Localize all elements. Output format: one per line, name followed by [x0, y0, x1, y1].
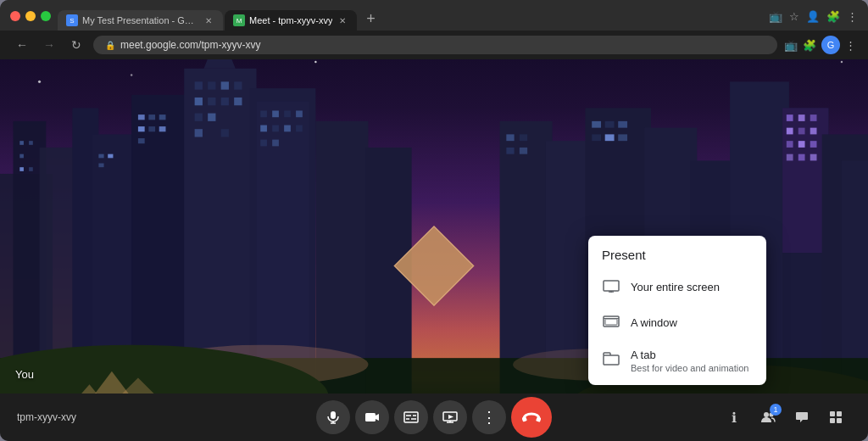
mic-button[interactable]	[316, 400, 350, 434]
svg-rect-61	[260, 126, 267, 132]
people-badge: 1	[770, 404, 782, 416]
maximize-button[interactable]	[41, 11, 51, 21]
svg-rect-77	[520, 134, 527, 141]
url-bar[interactable]: 🔒 meet.google.com/tpm-xyyv-xvy	[93, 36, 777, 54]
svg-rect-100	[810, 154, 817, 161]
svg-rect-44	[208, 81, 215, 89]
svg-rect-96	[798, 141, 805, 148]
slides-favicon: S	[66, 14, 78, 26]
svg-rect-99	[798, 154, 805, 161]
svg-rect-38	[148, 126, 155, 131]
captions-button[interactable]	[394, 400, 428, 434]
svg-rect-85	[618, 134, 627, 141]
screen-option-label: Your entire screen	[631, 281, 720, 293]
tab-option-text: A tab Best for video and animation	[631, 349, 748, 373]
title-bar: S My Test Presentation - Googl... ✕ M Me…	[0, 0, 868, 31]
svg-rect-57	[260, 110, 267, 117]
end-call-button[interactable]	[511, 397, 552, 438]
camera-button[interactable]	[355, 400, 389, 434]
svg-rect-123	[404, 412, 418, 422]
svg-rect-64	[296, 126, 303, 132]
svg-rect-65	[260, 140, 267, 147]
present-screen-option[interactable]: Your entire screen	[588, 269, 766, 304]
lock-icon: 🔒	[105, 41, 115, 50]
menu-dots-icon[interactable]: ⋮	[847, 10, 858, 23]
meet-tab-close[interactable]: ✕	[337, 14, 348, 26]
chat-icon	[795, 410, 809, 424]
svg-rect-52	[208, 114, 215, 121]
svg-rect-28	[19, 154, 24, 159]
activities-icon	[829, 410, 843, 424]
svg-marker-129	[448, 415, 453, 419]
svg-rect-45	[221, 81, 229, 89]
svg-rect-97	[810, 141, 817, 148]
window-share-icon	[602, 313, 620, 332]
forward-button[interactable]: →	[39, 35, 59, 55]
svg-point-17	[841, 61, 843, 63]
extensions-toolbar-icon[interactable]: 🧩	[803, 39, 816, 52]
svg-point-18	[38, 81, 41, 83]
screen-share-toolbar-icon[interactable]: 📺	[784, 39, 798, 52]
svg-rect-40	[138, 138, 145, 143]
minimize-button[interactable]	[25, 11, 36, 21]
tab-share-icon	[602, 349, 620, 368]
tab-slides[interactable]: S My Test Presentation - Googl... ✕	[58, 10, 223, 31]
browser-top-right: 📺 ☆ 👤 🧩 ⋮	[769, 10, 858, 28]
svg-rect-66	[272, 140, 279, 147]
screen-share-icon	[602, 277, 620, 296]
tab-meet[interactable]: M Meet - tpm-xyyv-xvy ✕	[225, 10, 357, 31]
present-popup-title: Present	[588, 236, 766, 269]
mic-icon	[326, 410, 340, 424]
profile-avatar[interactable]: G	[821, 36, 840, 54]
cast-icon[interactable]: 📺	[769, 10, 782, 23]
right-controls: ℹ 1	[719, 402, 851, 433]
svg-rect-34	[138, 114, 145, 120]
people-button[interactable]: 1	[753, 402, 783, 433]
main-content: You Present Your entire screen	[0, 59, 868, 394]
add-tab-button[interactable]: +	[359, 7, 382, 31]
window-option-label: A window	[631, 316, 677, 329]
svg-rect-137	[837, 411, 842, 416]
more-toolbar-icon[interactable]: ⋮	[845, 39, 856, 52]
slides-tab-close[interactable]: ✕	[203, 14, 214, 26]
browser-window: S My Test Presentation - Googl... ✕ M Me…	[0, 0, 868, 441]
refresh-button[interactable]: ↻	[66, 35, 86, 55]
svg-rect-49	[221, 98, 229, 105]
present-window-option[interactable]: A window	[588, 304, 766, 340]
svg-marker-42	[203, 59, 235, 69]
svg-rect-121	[365, 413, 376, 421]
participant-you-label: You	[15, 368, 34, 381]
control-bar: tpm-xyyv-xvy	[0, 394, 868, 441]
browser-toolbar-right: 📺 🧩 G ⋮	[784, 36, 856, 54]
present-button[interactable]	[433, 400, 467, 434]
svg-rect-48	[208, 98, 215, 105]
present-tab-option[interactable]: A tab Best for video and animation	[588, 340, 766, 385]
svg-rect-115	[605, 319, 617, 325]
url-text: meet.google.com/tpm-xyyv-xvy	[120, 39, 260, 51]
extension-icon[interactable]: 🧩	[826, 10, 840, 23]
window-controls	[10, 11, 51, 26]
chat-button[interactable]	[787, 402, 817, 433]
svg-rect-138	[830, 418, 835, 423]
profile-icon[interactable]: 👤	[806, 10, 820, 23]
activities-button[interactable]	[821, 402, 851, 433]
svg-rect-54	[221, 129, 229, 137]
svg-rect-80	[592, 121, 601, 128]
meet-favicon: M	[233, 14, 245, 26]
svg-rect-33	[98, 164, 103, 168]
svg-rect-90	[798, 114, 805, 121]
info-button[interactable]: ℹ	[719, 402, 749, 433]
svg-rect-63	[284, 126, 291, 132]
more-options-button[interactable]: ⋮	[472, 400, 506, 434]
back-button[interactable]: ←	[12, 35, 32, 55]
close-button[interactable]	[10, 11, 20, 21]
svg-rect-58	[272, 110, 279, 117]
svg-rect-26	[19, 141, 24, 145]
slides-tab-label: My Test Presentation - Googl...	[82, 15, 198, 25]
svg-rect-136	[830, 411, 835, 416]
svg-rect-50	[234, 98, 242, 105]
bookmark-icon[interactable]: ☆	[789, 10, 799, 23]
svg-rect-82	[618, 121, 627, 128]
svg-rect-46	[234, 81, 242, 89]
svg-rect-118	[331, 411, 336, 419]
